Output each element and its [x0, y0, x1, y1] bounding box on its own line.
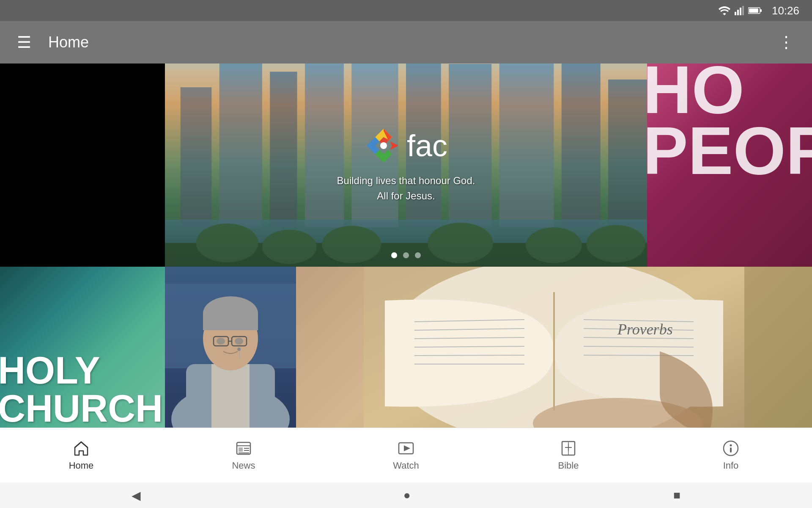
watch-panel[interactable]: [165, 267, 296, 432]
bible-illustration: Proverbs: [296, 267, 812, 432]
right-panel[interactable]: HOPEOP: [647, 64, 812, 267]
svg-marker-70: [404, 445, 410, 451]
system-nav-bar: ◀ ● ■: [0, 483, 812, 508]
svg-rect-3: [742, 6, 744, 15]
svg-rect-15: [499, 64, 554, 227]
holy-church-text: HOLY CHURCH: [0, 351, 163, 428]
church-text: CHURCH: [0, 389, 163, 428]
hero-banner[interactable]: fac Building lives that honour God. All …: [165, 64, 647, 267]
svg-rect-2: [740, 8, 741, 15]
upper-row: fac Building lives that honour God. All …: [0, 64, 812, 267]
svg-line-60: [584, 355, 694, 356]
wifi-icon: [719, 6, 730, 15]
nav-watch-label: Watch: [393, 460, 419, 471]
back-button[interactable]: ◀: [132, 489, 141, 502]
status-time: 10:26: [772, 4, 799, 17]
svg-point-21: [262, 230, 317, 264]
home-button[interactable]: ●: [403, 489, 411, 502]
svg-rect-10: [270, 72, 297, 227]
svg-point-30: [380, 142, 387, 149]
fac-logo-container: fac Building lives that honour God. All …: [337, 127, 475, 204]
svg-point-25: [587, 225, 646, 262]
pastor-illustration: [165, 267, 296, 432]
more-options-button[interactable]: ⋮: [778, 33, 795, 52]
banner-tagline-line1: Building lives that honour God.: [337, 173, 475, 188]
svg-rect-5: [760, 9, 762, 12]
svg-rect-35: [211, 364, 250, 432]
nav-bible-label: Bible: [558, 460, 579, 471]
bible-panel[interactable]: Proverbs: [296, 267, 812, 432]
top-app-bar: ☰ Home ⋮: [0, 21, 812, 64]
holy-church-panel[interactable]: HOLY CHURCH: [0, 267, 165, 432]
fac-cross-svg: [365, 127, 403, 165]
svg-rect-8: [181, 87, 212, 227]
svg-text:Proverbs: Proverbs: [617, 321, 673, 338]
svg-point-43: [217, 338, 225, 345]
carousel-dots: [391, 252, 421, 258]
svg-rect-0: [735, 12, 736, 15]
hamburger-button[interactable]: ☰: [17, 33, 31, 52]
watch-icon: [398, 440, 414, 457]
nav-bible[interactable]: Bible: [487, 440, 650, 471]
fac-logo: fac: [365, 127, 447, 165]
bible-icon: [560, 440, 577, 457]
news-icon: [235, 440, 252, 457]
svg-point-45: [237, 348, 241, 351]
lower-row: HOLY CHURCH: [0, 267, 812, 432]
nav-watch[interactable]: Watch: [325, 440, 487, 471]
nav-info-label: Info: [723, 460, 739, 471]
main-content: fac Building lives that honour God. All …: [0, 64, 812, 432]
nav-home-label: Home: [69, 460, 94, 471]
left-black-panel: [0, 64, 165, 267]
carousel-dot-1[interactable]: [391, 252, 397, 258]
svg-point-44: [235, 338, 243, 345]
banner-tagline-line2: All for Jesus.: [337, 188, 475, 204]
svg-rect-17: [608, 80, 647, 227]
holy-text: HOLY: [0, 351, 163, 389]
nav-news-label: News: [232, 460, 255, 471]
bottom-nav: Home News Watch Bible: [0, 428, 812, 483]
svg-rect-6: [749, 8, 758, 13]
page-title: Home: [48, 33, 778, 51]
svg-point-20: [196, 224, 258, 262]
signal-icon: [735, 6, 744, 15]
carousel-dot-2[interactable]: [403, 252, 409, 258]
svg-point-76: [730, 444, 732, 446]
battery-icon: [748, 7, 762, 14]
home-icon: [73, 440, 90, 457]
svg-rect-9: [219, 64, 262, 227]
svg-point-22: [322, 226, 381, 263]
svg-point-23: [428, 223, 493, 263]
svg-point-24: [526, 227, 582, 263]
banner-tagline: Building lives that honour God. All for …: [337, 173, 475, 204]
recent-apps-button[interactable]: ■: [673, 489, 680, 502]
info-icon: [722, 440, 739, 457]
svg-rect-39: [203, 313, 258, 330]
svg-line-54: [414, 355, 524, 356]
fac-logo-text: fac: [407, 128, 447, 163]
svg-rect-77: [730, 447, 732, 453]
svg-rect-1: [737, 10, 739, 15]
status-icons: 10:26: [719, 4, 799, 17]
nav-news[interactable]: News: [162, 440, 325, 471]
svg-rect-16: [562, 64, 601, 227]
status-bar: 10:26: [0, 0, 812, 21]
nav-home[interactable]: Home: [0, 440, 162, 471]
carousel-dot-3[interactable]: [415, 252, 421, 258]
right-panel-text: HOPEOP: [647, 64, 812, 181]
svg-rect-65: [239, 447, 243, 452]
nav-info[interactable]: Info: [650, 440, 812, 471]
